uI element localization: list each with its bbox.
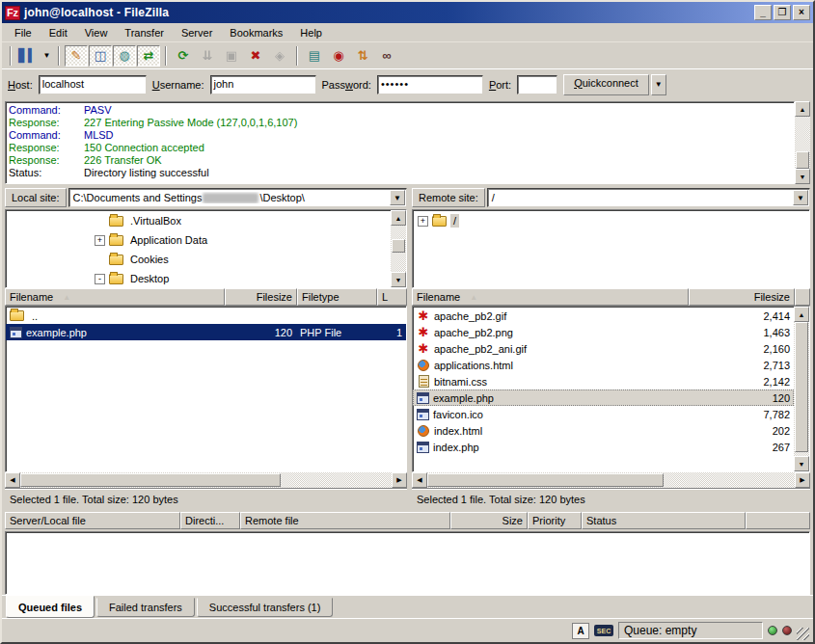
menu-edit[interactable]: Edit bbox=[41, 25, 76, 40]
toggle-local-tree-icon[interactable]: ◫ bbox=[89, 45, 112, 67]
tab-successful-transfers[interactable]: Successful transfers (1) bbox=[197, 598, 334, 617]
file-row-selected[interactable]: example.php120 bbox=[413, 389, 794, 406]
host-input[interactable]: localhost bbox=[39, 75, 147, 94]
maximize-button[interactable]: ❐ bbox=[774, 5, 791, 20]
column-status[interactable]: Status bbox=[582, 512, 746, 529]
column-server-local-file[interactable]: Server/Local file bbox=[5, 512, 180, 529]
column-size[interactable]: Size bbox=[450, 512, 528, 529]
directory-comparison-icon[interactable]: ▤ bbox=[303, 45, 326, 67]
menu-transfer[interactable]: Transfer bbox=[116, 25, 173, 40]
cancel-icon[interactable]: ▣ bbox=[220, 45, 243, 67]
column-filetype[interactable]: Filetype bbox=[297, 288, 377, 306]
resize-grip[interactable] bbox=[797, 628, 809, 640]
process-queue-icon[interactable]: ⇊ bbox=[196, 45, 219, 67]
expand-icon[interactable]: + bbox=[418, 216, 428, 227]
title-bar[interactable]: Fz john@localhost - FileZilla _ ❐ × bbox=[2, 2, 813, 23]
local-tree-scrollbar[interactable]: ▲ ▼ bbox=[391, 210, 406, 287]
username-input[interactable]: john bbox=[210, 75, 316, 94]
site-manager-dropdown[interactable]: ▼ bbox=[41, 45, 53, 67]
log-line: Command:PASV bbox=[9, 104, 794, 117]
collapse-icon[interactable]: - bbox=[95, 274, 105, 284]
scroll-down-icon[interactable]: ▼ bbox=[794, 456, 809, 471]
column-priority[interactable]: Priority bbox=[528, 512, 582, 529]
tab-queued-files[interactable]: Queued files bbox=[6, 596, 95, 618]
local-site-combo[interactable]: C:\Documents and Settings\Desktop\ ▼ bbox=[68, 188, 407, 207]
tree-item[interactable]: +Application Data bbox=[95, 230, 391, 250]
menu-file[interactable]: File bbox=[6, 25, 41, 40]
scroll-right-icon[interactable]: ▶ bbox=[392, 472, 407, 488]
file-row[interactable]: ✱apache_pb2.gif2,414 bbox=[413, 308, 794, 324]
tree-item[interactable]: -Desktop bbox=[95, 269, 391, 287]
file-panes: Local site: C:\Documents and Settings\De… bbox=[2, 185, 813, 509]
menu-help[interactable]: Help bbox=[291, 25, 331, 40]
transfer-queue-panel: Server/Local file Directi... Remote file… bbox=[5, 512, 810, 595]
local-status-text: Selected 1 file. Total size: 120 bytes bbox=[5, 488, 407, 509]
scrollbar-thumb[interactable] bbox=[427, 473, 664, 487]
tree-item[interactable]: Cookies bbox=[95, 250, 391, 269]
scroll-left-icon[interactable]: ◀ bbox=[5, 472, 20, 488]
file-row-selected[interactable]: example.php 120 PHP File 1 bbox=[6, 324, 406, 340]
file-row[interactable]: favicon.ico7,782 bbox=[413, 406, 794, 422]
password-input[interactable]: •••••• bbox=[377, 75, 483, 94]
toggle-message-log-icon[interactable]: ✎ bbox=[65, 45, 88, 67]
file-row[interactable]: index.php267 bbox=[413, 439, 794, 455]
firefox-html-icon bbox=[417, 424, 430, 437]
scroll-left-icon[interactable]: ◀ bbox=[412, 472, 427, 488]
column-filesize[interactable]: Filesize bbox=[225, 288, 297, 306]
toggle-queue-icon[interactable]: ⇄ bbox=[137, 45, 160, 67]
speed-limits-icon[interactable]: ⇅ bbox=[351, 45, 374, 67]
reconnect-icon[interactable]: ◈ bbox=[268, 45, 291, 67]
synchronized-browsing-icon[interactable]: ◉ bbox=[327, 45, 350, 67]
file-row[interactable]: ✱apache_pb2_ani.gif2,160 bbox=[413, 340, 794, 357]
column-filesize[interactable]: Filesize bbox=[689, 288, 795, 306]
file-row[interactable]: ✱apache_pb2.png1,463 bbox=[413, 324, 794, 340]
scroll-up-icon[interactable]: ▲ bbox=[391, 210, 406, 226]
scroll-down-icon[interactable]: ▼ bbox=[391, 272, 406, 287]
scroll-down-icon[interactable]: ▼ bbox=[795, 169, 810, 184]
scroll-up-icon[interactable]: ▲ bbox=[794, 307, 809, 322]
close-button[interactable]: × bbox=[793, 5, 810, 20]
scrollbar-thumb[interactable] bbox=[796, 151, 809, 169]
scroll-up-icon[interactable]: ▲ bbox=[795, 101, 810, 117]
file-row[interactable]: bitnami.css2,142 bbox=[413, 373, 794, 389]
port-input[interactable] bbox=[517, 75, 557, 94]
tab-failed-transfers[interactable]: Failed transfers bbox=[96, 598, 195, 617]
file-row[interactable]: applications.html2,713 bbox=[413, 357, 794, 373]
menu-bookmarks[interactable]: Bookmarks bbox=[221, 25, 291, 40]
disconnect-icon[interactable]: ✖ bbox=[244, 45, 267, 67]
chevron-down-icon[interactable]: ▼ bbox=[390, 190, 405, 205]
tree-item-selected[interactable]: +/ bbox=[418, 211, 809, 230]
local-hscrollbar[interactable]: ◀ ▶ bbox=[5, 472, 407, 488]
expand-icon[interactable]: + bbox=[95, 235, 105, 246]
remote-file-list: ✱apache_pb2.gif2,414 ✱apache_pb2.png1,46… bbox=[412, 306, 810, 472]
tree-item[interactable]: .VirtualBox bbox=[95, 211, 391, 230]
log-scrollbar[interactable]: ▲ ▼ bbox=[795, 101, 810, 184]
minimize-button[interactable]: _ bbox=[754, 5, 772, 20]
menu-view[interactable]: View bbox=[76, 25, 117, 40]
host-label: Host: bbox=[8, 79, 33, 91]
remote-list-scrollbar[interactable]: ▲ ▼ bbox=[794, 307, 809, 471]
scrollbar-thumb[interactable] bbox=[795, 322, 808, 452]
menu-server[interactable]: Server bbox=[173, 25, 221, 40]
scrollbar-thumb[interactable] bbox=[392, 239, 405, 253]
file-row[interactable]: index.html202 bbox=[413, 422, 794, 439]
column-remote-file[interactable]: Remote file bbox=[240, 512, 450, 529]
remote-hscrollbar[interactable]: ◀ ▶ bbox=[412, 472, 810, 488]
quickconnect-button[interactable]: Quickconnect bbox=[563, 74, 649, 95]
scroll-right-icon[interactable]: ▶ bbox=[795, 472, 810, 488]
queue-body[interactable] bbox=[5, 531, 810, 595]
file-row-parent[interactable]: .. bbox=[6, 308, 406, 324]
chevron-down-icon[interactable]: ▼ bbox=[793, 190, 808, 205]
quickconnect-dropdown[interactable]: ▼ bbox=[651, 74, 666, 95]
remote-site-combo[interactable]: / ▼ bbox=[487, 188, 810, 207]
scrollbar-thumb[interactable] bbox=[20, 473, 281, 487]
log-line: Status:Directory listing successful bbox=[9, 167, 794, 179]
column-filename[interactable]: Filename▲ bbox=[412, 288, 689, 306]
column-filename[interactable]: Filename▲ bbox=[5, 288, 225, 306]
site-manager-icon[interactable]: ▋▍ bbox=[16, 45, 40, 67]
find-files-icon[interactable]: ∞ bbox=[375, 45, 398, 67]
refresh-icon[interactable]: ⟳ bbox=[172, 45, 195, 67]
column-last-modified[interactable]: L bbox=[377, 288, 407, 306]
column-direction[interactable]: Directi... bbox=[180, 512, 240, 529]
toggle-remote-tree-icon[interactable]: ◍ bbox=[113, 45, 136, 67]
